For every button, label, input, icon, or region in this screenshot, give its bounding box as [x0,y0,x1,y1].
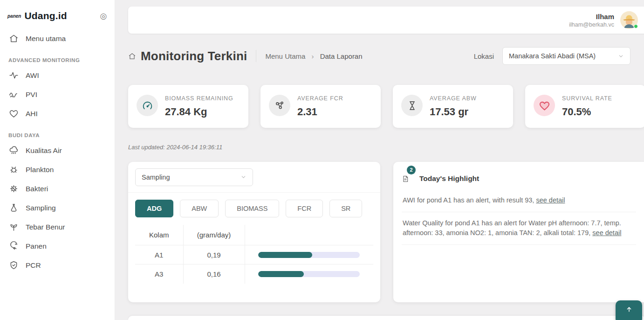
tab-fcr[interactable]: FCR [286,200,323,217]
sidebar-section-advanced: ADVANCED MONITORING [0,48,115,66]
stat-label: BIOMASS REMAINING [165,95,233,103]
breadcrumb-current: Data Laporan [320,52,363,60]
sidebar-nav: Menu utama ADVANCED MONITORING AWI PVI [0,29,115,275]
highlight-count-badge: 2 [407,166,416,174]
breadcrumb: Menu Utama › Data Laporan [265,52,362,60]
metric-tabs: ADG ABW BIOMASS FCR SR [128,193,380,224]
chevron-down-icon [618,53,624,59]
online-status-dot [634,24,638,28]
tab-biomass[interactable]: BIOMASS [225,200,279,217]
sidebar-item-kualitas-air[interactable]: Kualitas Air [0,141,115,160]
sidebar-item-label: Menu utama [26,35,66,43]
sidebar-item-tebar-benur[interactable]: Tebar Benur [0,217,115,237]
shield-icon [9,260,19,270]
tab-abw[interactable]: ABW [180,200,219,217]
sidebar-header: panen Udang.id ◎ [0,0,115,29]
sidebar-item-plankton[interactable]: Plankton [0,160,115,179]
sidebar-item-pvi[interactable]: PVI [0,85,115,104]
progress-fill [258,252,312,258]
stat-label: AVERAGE FCR [297,95,343,103]
sidebar-item-label: Bakteri [26,185,48,193]
app-root: panen Udang.id ◎ Menu utama ADVANCED MON… [0,0,644,320]
highlight-title: Today's Highlight [419,174,479,183]
lokasi-select[interactable]: Manakara Sakti Abadi (MSA) [502,47,630,65]
today-highlight-panel: 2 Today's Highlight AWI for pond A1 has … [393,162,644,302]
see-detail-link[interactable]: see detail [536,196,565,204]
sidebar-item-menu-utama[interactable]: Menu utama [0,29,115,48]
cell-value: 0,19 [183,245,245,264]
chevron-down-icon [240,174,247,180]
sidebar-collapse-icon[interactable]: ◎ [98,11,109,21]
heart-icon [534,95,555,116]
user-name: Ilham [569,13,614,21]
column-header-bar [245,225,373,245]
sampling-selected-value: Sampling [142,174,170,181]
sidebar-item-sampling[interactable]: Sampling [0,198,115,217]
stat-card-abw: AVERAGE ABW 17.53 gr [393,85,513,128]
sidebar-item-label: AHI [26,110,38,118]
home-icon [9,34,19,43]
brand-title: Udang.id [24,10,67,21]
sidebar-item-panen[interactable]: Panen [0,237,115,256]
brand-mark: panen [7,14,21,19]
cell-kolam: A3 [135,264,183,284]
highlight-item: Water Quality for pond A1 has an alert f… [402,212,636,245]
stat-card-survival-rate: SURVIVAL RATE 70.5% [525,85,644,128]
highlight-header: 2 Today's Highlight [402,169,636,189]
adg-table: Kolam (gram/day) A1 0,19 [135,225,373,284]
highlight-text: Water Quality for pond A1 has an alert f… [403,219,621,237]
user-info: Ilham ilham@berkah.vc [569,13,614,28]
sidebar-item-label: Tebar Benur [26,223,65,231]
progress-track [258,271,360,277]
topbar: Ilham ilham@berkah.vc [128,7,644,34]
page-title: Monitoring Terkini [141,49,247,63]
sampling-panel: Sampling ADG ABW BIOMASS FCR SR [128,162,380,302]
column-header-kolam: Kolam [135,225,183,245]
sidebar-item-label: Panen [26,242,47,250]
stat-card-fcr: AVERAGE FCR 2.31 [260,85,381,128]
lokasi-selected-value: Manakara Sakti Abadi (MSA) [509,52,596,60]
page-head: Monitoring Terkini Menu Utama › Data Lap… [128,47,644,65]
wave-icon [9,90,19,99]
content-row: Sampling ADG ABW BIOMASS FCR SR [128,162,644,302]
column-header-gram-day: (gram/day) [183,225,245,245]
highlight-item: AWI for pond A1 has an alert, with resul… [402,189,636,212]
cell-value: 0,16 [183,264,245,284]
sidebar-item-label: AWI [26,71,39,80]
stat-card-biomass: BIOMASS REMAINING 27.84 Kg [128,85,248,128]
scroll-to-top-button[interactable] [616,300,642,320]
shrimp-icon [9,241,19,251]
cell-bar [245,245,373,264]
breadcrumb-home[interactable]: Menu Utama [265,52,305,60]
next-card-edge [128,316,644,320]
home-small-icon [128,52,136,60]
sidebar: panen Udang.id ◎ Menu utama ADVANCED MON… [0,0,115,320]
stat-value: 27.84 Kg [165,106,233,118]
progress-fill [258,271,304,277]
flask-icon [9,203,19,213]
sidebar-section-budidaya: BUDI DAYA [0,123,115,141]
stat-value: 17.53 gr [430,106,477,118]
table-row: A3 0,16 [135,264,373,284]
tab-sr[interactable]: SR [329,200,362,217]
sidebar-item-label: PVI [26,90,37,99]
sampling-select[interactable]: Sampling [135,168,253,186]
seedling-icon [9,222,19,232]
main-content: Ilham ilham@berkah.vc Monitori [115,0,644,320]
see-detail-link[interactable]: see detail [592,229,621,237]
table-row: A1 0,19 [135,245,373,264]
sidebar-item-awi[interactable]: AWI [0,66,115,85]
sidebar-item-label: PCR [26,261,41,270]
sidebar-item-pcr[interactable]: PCR [0,256,115,275]
avatar[interactable] [620,11,638,29]
arrow-up-icon [625,306,633,313]
sidebar-item-bakteri[interactable]: Bakteri [0,179,115,198]
gauge-icon [137,95,158,116]
table-header-row: Kolam (gram/day) [135,225,373,245]
last-updated-text: Last updated: 2024-06-14 19:36:11 [128,144,644,151]
tab-adg[interactable]: ADG [135,200,173,217]
sidebar-item-ahi[interactable]: AHI [0,104,115,123]
plankton-icon [9,165,19,174]
molecule-icon [269,95,290,116]
user-email: ilham@berkah.vc [569,21,614,28]
